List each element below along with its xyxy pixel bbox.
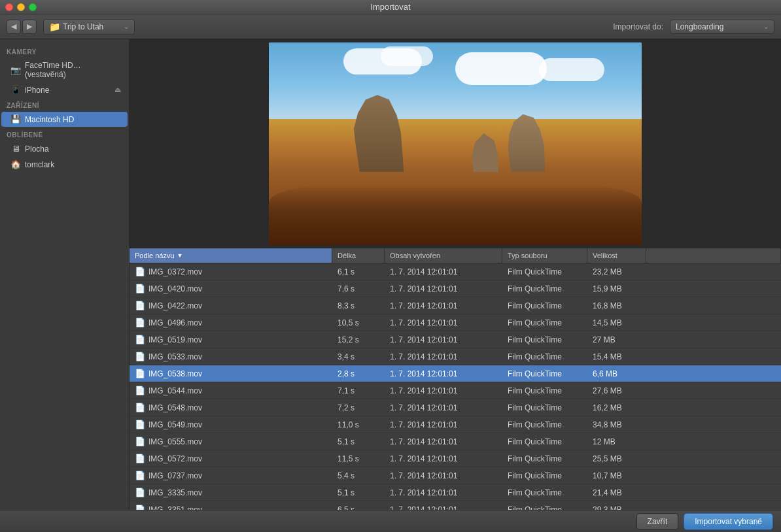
col-header-name[interactable]: Podle názvu ▼ [130, 248, 332, 263]
import-selected-button[interactable]: Importovat vybrané [684, 513, 773, 530]
file-created: 1. 7. 2014 12:01:01 [385, 366, 502, 382]
col-header-rest [646, 248, 781, 263]
table-row[interactable]: 📄 IMG_0572.mov 11,5 s 1. 7. 2014 12:01:0… [130, 450, 781, 467]
close-button[interactable]: Zavřít [636, 513, 679, 530]
col-size-label: Velikost [593, 252, 617, 259]
maximize-button[interactable] [29, 3, 37, 11]
import-dest-chevron-icon: ⌄ [763, 23, 769, 30]
table-row[interactable]: 📄 IMG_3335.mov 5,1 s 1. 7. 2014 12:01:01… [130, 484, 781, 501]
traffic-lights [5, 3, 37, 11]
sidebar-item-facetime[interactable]: 📷 FaceTime HD… (vestavěná) [1, 58, 128, 82]
table-row[interactable]: 📄 IMG_0519.mov 15,2 s 1. 7. 2014 12:01:0… [130, 331, 781, 348]
file-duration: 7,1 s [332, 383, 385, 399]
table-row[interactable]: 📄 IMG_0372.mov 6,1 s 1. 7. 2014 12:01:01… [130, 263, 781, 280]
sidebar-item-macintosh-hd[interactable]: 💾 Macintosh HD [1, 112, 128, 127]
file-icon: 📄 [135, 505, 145, 510]
table-row[interactable]: 📄 IMG_0555.mov 5,1 s 1. 7. 2014 12:01:01… [130, 433, 781, 450]
folder-icon: 📁 [49, 22, 60, 32]
file-size: 10,7 MB [587, 468, 646, 484]
close-button[interactable] [5, 3, 13, 11]
file-list-header: Podle názvu ▼ Délka Obsah vytvořen Typ s… [130, 248, 781, 263]
sidebar-item-home[interactable]: 🏠 tomclark [1, 157, 128, 172]
table-row[interactable]: 📄 IMG_0737.mov 5,4 s 1. 7. 2014 12:01:01… [130, 467, 781, 484]
sidebar: KAMERY 📷 FaceTime HD… (vestavěná) 📱 iPho… [0, 39, 130, 510]
titlebar: Importovat [0, 0, 781, 14]
col-header-size[interactable]: Velikost [587, 248, 646, 263]
file-icon: 📄 [135, 267, 145, 276]
bottom-bar: Zavřít Importovat vybrané [0, 510, 781, 532]
file-rows-container: 📄 IMG_0372.mov 6,1 s 1. 7. 2014 12:01:01… [130, 263, 781, 510]
table-row[interactable]: 📄 IMG_0533.mov 3,4 s 1. 7. 2014 12:01:01… [130, 348, 781, 365]
file-duration: 8,3 s [332, 298, 385, 314]
col-header-type[interactable]: Typ souboru [502, 248, 587, 263]
file-type: Film QuickTime [502, 366, 587, 382]
file-duration: 5,1 s [332, 434, 385, 450]
folder-selector[interactable]: 📁 Trip to Utah ⌄ [43, 19, 135, 35]
file-icon: 📄 [135, 437, 145, 446]
file-size: 6,6 MB [587, 366, 646, 382]
file-type: Film QuickTime [502, 468, 587, 484]
file-size: 29,3 MB [587, 502, 646, 510]
table-row[interactable]: 📄 IMG_0420.mov 7,6 s 1. 7. 2014 12:01:01… [130, 280, 781, 297]
file-name: IMG_0555.mov [148, 437, 202, 446]
file-created: 1. 7. 2014 12:01:01 [385, 417, 502, 433]
file-size: 27 MB [587, 332, 646, 348]
favorites-section-label: OBLÍBENÉ [0, 127, 129, 141]
file-name: IMG_0538.mov [148, 369, 202, 378]
disk-icon: 💾 [10, 114, 21, 124]
col-name-label: Podle názvu [135, 252, 175, 259]
col-header-created[interactable]: Obsah vytvořen [385, 248, 502, 263]
home-label: tomclark [25, 160, 54, 169]
iphone-label: iPhone [25, 86, 49, 95]
file-type: Film QuickTime [502, 383, 587, 399]
table-row[interactable]: 📄 IMG_0549.mov 11,0 s 1. 7. 2014 12:01:0… [130, 416, 781, 433]
toolbar: ◀ ▶ 📁 Trip to Utah ⌄ Importovat do: Long… [0, 14, 781, 39]
file-created: 1. 7. 2014 12:01:01 [385, 502, 502, 510]
file-created: 1. 7. 2014 12:01:01 [385, 349, 502, 365]
file-created: 1. 7. 2014 12:01:01 [385, 264, 502, 280]
table-row[interactable]: 📄 IMG_0538.mov 2,8 s 1. 7. 2014 12:01:01… [130, 365, 781, 382]
file-type: Film QuickTime [502, 400, 587, 416]
preview-image [269, 42, 642, 245]
table-row[interactable]: 📄 IMG_0548.mov 7,2 s 1. 7. 2014 12:01:01… [130, 399, 781, 416]
file-duration: 2,8 s [332, 366, 385, 382]
file-duration: 6,5 s [332, 502, 385, 510]
back-button[interactable]: ◀ [7, 20, 21, 34]
eject-icon[interactable]: ⏏ [114, 86, 121, 94]
folder-name: Trip to Utah [63, 22, 121, 31]
forward-icon: ▶ [27, 22, 32, 31]
file-icon: 📄 [135, 352, 145, 361]
table-row[interactable]: 📄 IMG_0496.mov 10,5 s 1. 7. 2014 12:01:0… [130, 314, 781, 331]
file-icon: 📄 [135, 454, 145, 463]
file-created: 1. 7. 2014 12:01:01 [385, 451, 502, 467]
forward-button[interactable]: ▶ [22, 20, 37, 34]
file-icon: 📄 [135, 386, 145, 395]
file-icon: 📄 [135, 403, 145, 412]
file-size: 15,9 MB [587, 281, 646, 297]
file-icon: 📄 [135, 301, 145, 310]
home-icon: 🏠 [10, 159, 21, 169]
minimize-button[interactable] [17, 3, 25, 11]
table-row[interactable]: 📄 IMG_0422.mov 8,3 s 1. 7. 2014 12:01:01… [130, 297, 781, 314]
file-icon: 📄 [135, 369, 145, 378]
table-row[interactable]: 📄 IMG_0544.mov 7,1 s 1. 7. 2014 12:01:01… [130, 382, 781, 399]
file-duration: 5,4 s [332, 468, 385, 484]
col-header-duration[interactable]: Délka [332, 248, 385, 263]
file-created: 1. 7. 2014 12:01:01 [385, 400, 502, 416]
file-icon: 📄 [135, 488, 145, 497]
sidebar-item-desktop[interactable]: 🖥 Plocha [1, 141, 128, 156]
file-type: Film QuickTime [502, 349, 587, 365]
file-type: Film QuickTime [502, 451, 587, 467]
sort-indicator: ▼ [177, 252, 183, 259]
file-name: IMG_0372.mov [148, 267, 202, 276]
col-duration-label: Délka [338, 252, 356, 259]
file-size: 15,4 MB [587, 349, 646, 365]
sidebar-item-iphone[interactable]: 📱 iPhone ⏏ [1, 82, 128, 97]
table-row[interactable]: 📄 IMG_3351.mov 6,5 s 1. 7. 2014 12:01:01… [130, 501, 781, 510]
back-icon: ◀ [11, 22, 16, 31]
file-duration: 11,0 s [332, 417, 385, 433]
file-list: Podle názvu ▼ Délka Obsah vytvořen Typ s… [130, 248, 781, 510]
main-content: KAMERY 📷 FaceTime HD… (vestavěná) 📱 iPho… [0, 39, 781, 510]
import-destination-selector[interactable]: Longboarding ⌄ [670, 20, 774, 34]
camera-icon: 📷 [10, 65, 21, 75]
